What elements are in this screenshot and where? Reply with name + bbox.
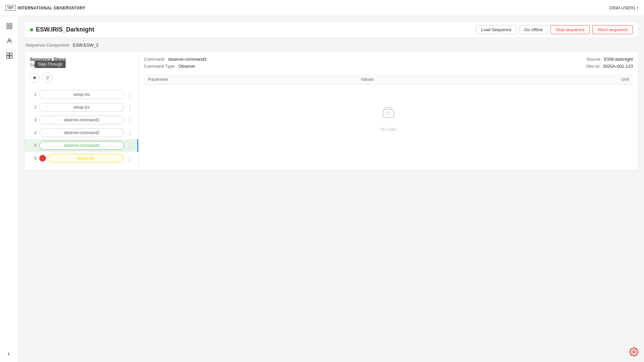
play-button[interactable] — [30, 73, 40, 83]
col-values: Values — [357, 74, 515, 85]
step-more-icon[interactable]: ⋮ — [127, 104, 133, 111]
go-offline-button[interactable]: Go offline — [519, 25, 548, 34]
main-content: ESW.IRIS_Darknight Load Sequence Go offl… — [19, 16, 644, 362]
svg-rect-3 — [10, 27, 12, 29]
command-value: observe-command3 — [168, 57, 207, 62]
obs-name-label: ESW.IRIS_Darknight — [36, 26, 94, 33]
user-menu[interactable]: OSW-USER1 ▾ — [609, 5, 639, 10]
observatory-title: INTERNATIONAL OBSERVATORY — [18, 6, 86, 10]
svg-rect-14 — [383, 110, 394, 118]
step-list: 1 setup-iris ⋮ 2 setup-tcs ⋮ 3 observe-c… — [24, 88, 138, 165]
svg-rect-7 — [9, 53, 12, 56]
sidebar-expand-button[interactable]: › — [4, 349, 13, 358]
step-more-icon[interactable]: ⋮ — [127, 142, 133, 149]
command-type-field: Command Type: Observe — [144, 64, 195, 69]
svg-rect-8 — [6, 56, 9, 59]
step-number: 6 — [30, 156, 37, 161]
detail-meta-row2: Command Type: Observe Obs-Id: 2020A-001-… — [144, 64, 633, 69]
sidebar: › — [0, 16, 19, 362]
no-data-icon — [380, 105, 396, 124]
step-label[interactable]: setup-tcs — [39, 103, 124, 112]
detail-meta-row1: Command: observe-command3 Source: ESW.da… — [144, 57, 633, 62]
step-number: 5 — [30, 143, 37, 148]
obs-id-value: 2020A-001-123 — [603, 64, 633, 69]
expand-icon: › — [8, 350, 10, 357]
step-number: 2 — [30, 105, 37, 110]
settings-icon[interactable] — [628, 346, 640, 358]
no-data-text: No Data — [380, 127, 396, 132]
step-label[interactable]: setup-iris — [39, 90, 124, 99]
sequence-panel: Sequence Steps Status: In Progress Step-… — [24, 51, 139, 170]
seq-controls: Step-Through — [24, 70, 138, 85]
sidebar-icon-grid[interactable] — [3, 20, 15, 32]
svg-rect-0 — [7, 24, 9, 26]
step-number: 3 — [30, 118, 37, 122]
step-more-icon[interactable]: ⋮ — [127, 116, 133, 124]
seq-component-value: ESW.ESW_2 — [73, 43, 99, 48]
obs-id-label: Obs-Id: — [586, 64, 600, 69]
source-field: Source: ESW.darknight — [586, 57, 633, 62]
step-through-button[interactable] — [43, 73, 53, 83]
step-label[interactable]: setup-iris — [47, 154, 124, 163]
source-value: ESW.darknight — [604, 57, 633, 62]
status-dot — [30, 28, 33, 32]
command-field: Command: observe-command3 — [144, 57, 206, 62]
svg-rect-1 — [10, 24, 12, 26]
svg-rect-9 — [9, 56, 12, 59]
topnav: TMT INTERNATIONAL OBSERVATORY OSW-USER1 … — [0, 0, 644, 16]
obs-actions: Load Sequence Go offline Stop sequence A… — [476, 25, 633, 34]
seq-component-label: Sequence Component: — [25, 43, 70, 48]
step-number: 1 — [30, 92, 37, 97]
table-row: 6 setup-iris ⋮ — [24, 152, 138, 165]
command-type-label: Command Type: — [144, 64, 176, 69]
step-more-icon[interactable]: ⋮ — [127, 91, 133, 98]
no-data-area: No Data — [144, 85, 633, 152]
step-more-icon[interactable]: ⋮ — [127, 155, 133, 162]
table-row: 4 observe-command2 ⋮ — [24, 126, 138, 139]
brand: TMT INTERNATIONAL OBSERVATORY — [5, 5, 86, 11]
detail-panel: Command: observe-command3 Source: ESW.da… — [139, 51, 638, 170]
tmt-logo: TMT — [5, 5, 16, 11]
obs-id-field: Obs-Id: 2020A-001-123 — [586, 64, 633, 69]
step-through-tooltip: Step-Through — [35, 61, 66, 68]
svg-rect-2 — [7, 27, 9, 29]
obs-title-group: ESW.IRIS_Darknight — [30, 26, 94, 33]
col-unit: Unit — [515, 74, 633, 85]
table-row: 2 setup-tcs ⋮ — [24, 101, 138, 114]
table-row: 5 observe-command3 ⋮ — [24, 139, 138, 152]
content-area: Sequence Steps Status: In Progress Step-… — [24, 51, 639, 170]
svg-rect-6 — [6, 53, 9, 56]
parameter-table: Parameter Values Unit — [144, 74, 633, 152]
col-parameter: Parameter — [144, 74, 357, 85]
obs-header: ESW.IRIS_Darknight Load Sequence Go offl… — [24, 21, 639, 38]
command-type-value: Observe — [178, 64, 195, 69]
table-row: 1 setup-iris ⋮ — [24, 88, 138, 101]
active-indicator — [137, 139, 138, 152]
step-more-icon[interactable]: ⋮ — [127, 129, 133, 136]
source-label: Source: — [586, 57, 601, 62]
error-dot-icon — [39, 155, 46, 162]
stop-sequence-button[interactable]: Stop sequence — [550, 25, 590, 34]
sidebar-icon-apps[interactable] — [3, 50, 15, 62]
sidebar-icon-observe[interactable] — [3, 35, 15, 47]
step-label[interactable]: observe-command3 — [39, 141, 124, 150]
abort-sequence-button[interactable]: Abort sequence — [592, 25, 633, 34]
svg-point-17 — [633, 351, 635, 353]
user-chevron-icon: ▾ — [637, 6, 639, 10]
step-label[interactable]: observe-command2 — [39, 128, 124, 137]
table-row: 3 observe-command1 ⋮ — [24, 114, 138, 126]
svg-marker-10 — [34, 76, 37, 79]
command-label: Command: — [144, 57, 165, 62]
load-sequence-button[interactable]: Load Sequence — [476, 25, 517, 34]
step-number: 4 — [30, 130, 37, 135]
step-label[interactable]: observe-command1 — [39, 116, 124, 124]
seq-component-bar: Sequence Component: ESW.ESW_2 — [24, 41, 639, 51]
username-label: OSW-USER1 — [609, 5, 636, 10]
